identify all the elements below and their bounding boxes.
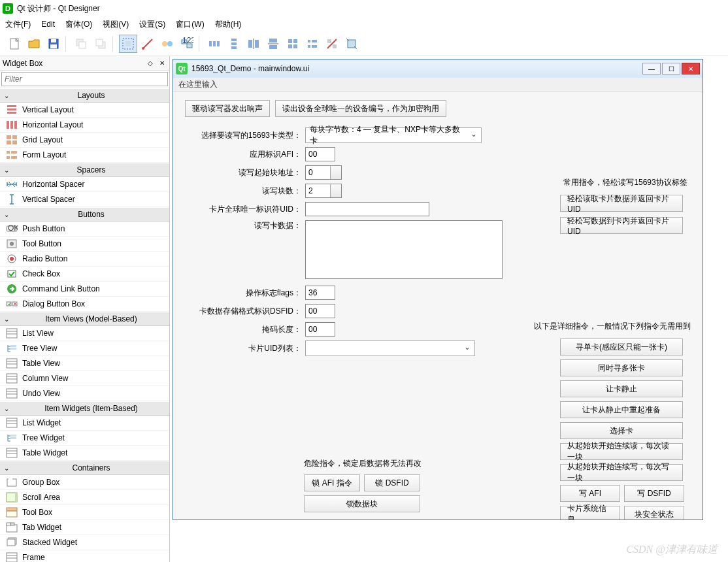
write-afi-button[interactable]: 写 AFI bbox=[560, 485, 620, 502]
menu-settings[interactable]: 设置(S) bbox=[139, 19, 165, 30]
widget-item[interactable]: Tab Widget bbox=[0, 520, 169, 535]
dsfid-input[interactable]: 00 bbox=[305, 304, 335, 318]
widget-item[interactable]: Vertical Layout bbox=[0, 103, 169, 118]
widget-item[interactable]: Stacked Widget bbox=[0, 535, 169, 550]
break-layout-icon[interactable] bbox=[323, 35, 341, 53]
widget-item[interactable]: Undo View bbox=[0, 386, 169, 401]
inventory-multi-button[interactable]: 同时寻多张卡 bbox=[560, 359, 683, 376]
form-menubar-hint[interactable]: 在这里输入 bbox=[178, 79, 218, 90]
reset-ready-button[interactable]: 让卡从静止中重起准备 bbox=[560, 401, 683, 418]
widget-item[interactable]: Grid Layout bbox=[0, 133, 169, 148]
layout-form-icon[interactable] bbox=[303, 35, 322, 53]
write-blocks-button[interactable]: 从起始块开始连续写，每次写一块 bbox=[560, 464, 683, 481]
edit-signals-icon[interactable] bbox=[139, 35, 157, 53]
uidlist-select[interactable] bbox=[305, 340, 475, 356]
rw-data-textarea[interactable] bbox=[305, 220, 503, 279]
easy-read-button[interactable]: 轻松读取卡片数据并返回卡片UID bbox=[560, 195, 683, 212]
menu-window[interactable]: 窗口(W) bbox=[176, 19, 204, 30]
menu-form[interactable]: 窗体(O) bbox=[65, 19, 92, 30]
card-type-select[interactable]: 每块字节数：4 — 复旦卡、NXP卡等大多数卡 bbox=[305, 127, 482, 143]
start-block-spinbox[interactable]: 0▴▾ bbox=[305, 165, 342, 180]
widget-item[interactable]: Column View bbox=[0, 371, 169, 386]
subwin-close-icon[interactable]: ✕ bbox=[682, 63, 700, 74]
layout-grid-icon[interactable] bbox=[284, 35, 302, 53]
widget-item[interactable]: Dialog Button Box bbox=[0, 297, 169, 312]
widget-item[interactable]: Command Link Button bbox=[0, 282, 169, 297]
svg-point-57 bbox=[10, 242, 14, 246]
edit-taborder-icon[interactable]: 123 bbox=[178, 35, 196, 53]
adjust-size-icon[interactable] bbox=[342, 35, 361, 53]
sysinfo-button[interactable]: 卡片系统信息 bbox=[560, 506, 620, 520]
widget-tree[interactable]: ⌄LayoutsVertical LayoutHorizontal Layout… bbox=[0, 88, 169, 562]
widget-item[interactable]: Tree View bbox=[0, 341, 169, 356]
edit-widgets-icon[interactable] bbox=[119, 35, 137, 53]
widget-item[interactable]: Form Layout bbox=[0, 148, 169, 163]
widget-item[interactable]: Table Widget bbox=[0, 446, 169, 461]
dock-close-icon[interactable]: ✕ bbox=[157, 59, 167, 68]
widget-item[interactable]: Tool Box bbox=[0, 505, 169, 520]
bring-front-icon[interactable] bbox=[91, 35, 110, 53]
easy-write-button[interactable]: 轻松写数据到卡内并返回卡片UID bbox=[560, 217, 683, 234]
layout-v-icon[interactable] bbox=[225, 35, 243, 53]
watermark: CSDN @津津有味道 bbox=[626, 543, 718, 557]
category-header[interactable]: ⌄Buttons bbox=[0, 207, 169, 222]
block-count-spinbox[interactable]: 2▴▾ bbox=[305, 184, 342, 198]
block-security-button[interactable]: 块安全状态 bbox=[624, 506, 684, 520]
lock-block-button[interactable]: 锁数据块 bbox=[304, 495, 420, 512]
category-header[interactable]: ⌄Containers bbox=[0, 461, 169, 475]
layout-vsplit-icon[interactable] bbox=[264, 35, 282, 53]
widget-icon bbox=[5, 358, 18, 369]
flags-input[interactable]: 36 bbox=[305, 286, 335, 300]
widget-item[interactable]: Check Box bbox=[0, 267, 169, 282]
uid-input[interactable] bbox=[305, 202, 429, 216]
form-menubar[interactable]: 在这里输入 bbox=[173, 78, 703, 92]
svg-rect-20 bbox=[231, 42, 237, 45]
subwin-min-icon[interactable]: — bbox=[642, 63, 661, 74]
read-blocks-button[interactable]: 从起始块开始连续读，每次读一块 bbox=[560, 443, 683, 460]
menu-help[interactable]: 帮助(H) bbox=[215, 19, 242, 30]
masklen-input[interactable]: 00 bbox=[305, 322, 335, 337]
widget-item[interactable]: Horizontal Layout bbox=[0, 118, 169, 133]
lock-afi-button[interactable]: 锁 AFI 指令 bbox=[304, 474, 360, 491]
afi-input[interactable]: 00 bbox=[305, 147, 335, 161]
menu-view[interactable]: 视图(V) bbox=[103, 19, 129, 30]
layout-hsplit-icon[interactable] bbox=[244, 35, 263, 53]
widget-item[interactable]: Scroll Area bbox=[0, 490, 169, 505]
open-file-icon[interactable] bbox=[25, 35, 43, 53]
category-header[interactable]: ⌄Item Views (Model-Based) bbox=[0, 312, 169, 326]
category-header[interactable]: ⌄Layouts bbox=[0, 88, 169, 103]
widget-item[interactable]: Group Box bbox=[0, 475, 169, 490]
subwindow-titlebar[interactable]: Qt 15693_Qt_Demo - mainwindow.ui — ☐ ✕ bbox=[173, 59, 703, 78]
read-devno-button[interactable]: 读出设备全球唯一的设备编号，作为加密狗用 bbox=[275, 100, 446, 117]
menu-file[interactable]: 文件(F) bbox=[5, 19, 31, 30]
stay-quiet-button[interactable]: 让卡静止 bbox=[560, 380, 683, 397]
beep-button[interactable]: 驱动读写器发出响声 bbox=[185, 100, 270, 117]
widget-item[interactable]: Table View bbox=[0, 356, 169, 371]
subwin-max-icon[interactable]: ☐ bbox=[662, 63, 680, 74]
lock-dsfid-button[interactable]: 锁 DSFID bbox=[364, 474, 420, 491]
send-back-icon[interactable] bbox=[72, 35, 90, 53]
form-canvas[interactable]: 驱动读写器发出响声 读出设备全球唯一的设备编号，作为加密狗用 选择要读写的156… bbox=[173, 92, 703, 520]
widget-item[interactable]: OKPush Button bbox=[0, 222, 169, 237]
svg-rect-81 bbox=[10, 435, 16, 437]
inventory-single-button[interactable]: 寻单卡(感应区只能一张卡) bbox=[560, 339, 683, 355]
widget-item[interactable]: Vertical Spacer bbox=[0, 192, 169, 207]
widget-item[interactable]: Radio Button bbox=[0, 252, 169, 267]
widget-item[interactable]: List View bbox=[0, 326, 169, 341]
select-card-button[interactable]: 选择卡 bbox=[560, 422, 683, 439]
widget-item[interactable]: Horizontal Spacer bbox=[0, 177, 169, 192]
new-file-icon[interactable] bbox=[5, 35, 24, 53]
menu-edit[interactable]: Edit bbox=[41, 20, 55, 29]
widget-item[interactable]: List Widget bbox=[0, 416, 169, 431]
dock-float-icon[interactable]: ◇ bbox=[146, 59, 155, 68]
widget-item[interactable]: Frame bbox=[0, 550, 169, 562]
save-file-icon[interactable] bbox=[44, 35, 63, 53]
category-header[interactable]: ⌄Spacers bbox=[0, 163, 169, 177]
widget-item[interactable]: Tree Widget bbox=[0, 431, 169, 446]
category-header[interactable]: ⌄Item Widgets (Item-Based) bbox=[0, 401, 169, 416]
layout-h-icon[interactable] bbox=[205, 35, 223, 53]
write-dsfid-button[interactable]: 写 DSFID bbox=[624, 485, 684, 502]
widget-item[interactable]: Tool Button bbox=[0, 237, 169, 252]
edit-buddies-icon[interactable] bbox=[158, 35, 176, 53]
widget-filter-input[interactable] bbox=[1, 72, 168, 86]
